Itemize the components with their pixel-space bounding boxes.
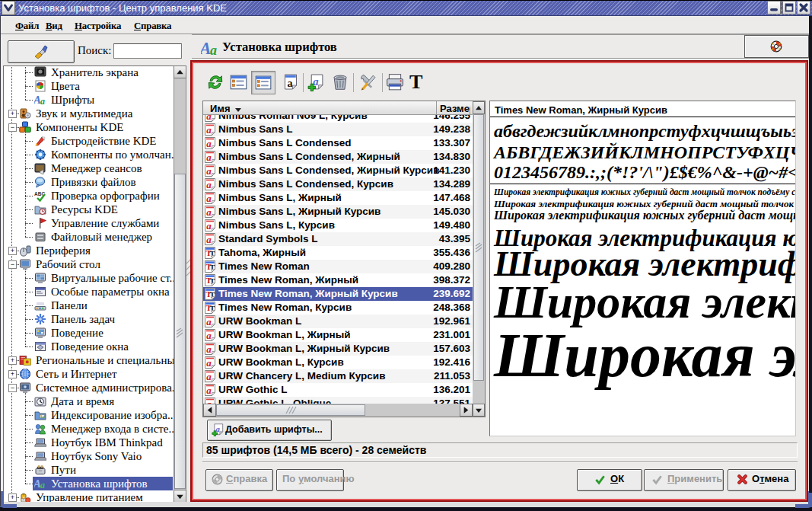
- svg-text:a: a: [206, 398, 212, 404]
- svg-text:a: a: [206, 357, 212, 369]
- svg-text:a: a: [210, 43, 217, 57]
- svg-text:a: a: [206, 152, 212, 163]
- svg-text:a: a: [215, 424, 220, 433]
- svg-text:a: a: [206, 179, 212, 190]
- svg-text:a: a: [206, 115, 212, 122]
- svg-text:a: a: [206, 385, 212, 396]
- svg-text:a: a: [206, 343, 212, 355]
- svg-text:a: a: [313, 75, 318, 88]
- svg-text:a: a: [206, 193, 212, 204]
- svg-text:a: a: [206, 138, 212, 149]
- svg-text:a: a: [206, 316, 212, 327]
- svg-text:a: a: [206, 330, 212, 341]
- svg-text:a: a: [206, 165, 212, 177]
- svg-text:a: a: [206, 124, 212, 136]
- svg-text:a: a: [206, 371, 212, 382]
- svg-text:a: a: [206, 234, 212, 245]
- svg-text:a: a: [288, 78, 293, 89]
- svg-text:T: T: [409, 73, 423, 91]
- svg-text:a: a: [206, 206, 212, 218]
- svg-text:a: a: [206, 220, 212, 232]
- svg-text:a: a: [40, 480, 45, 490]
- svg-text:a: a: [40, 96, 45, 106]
